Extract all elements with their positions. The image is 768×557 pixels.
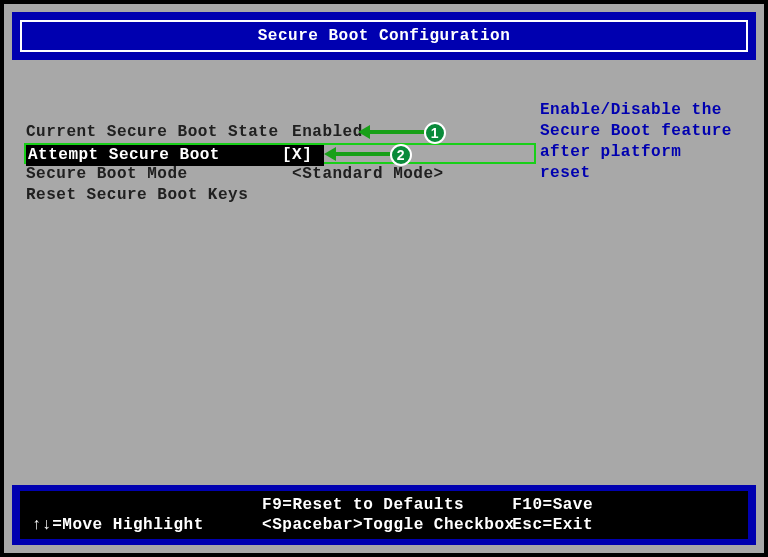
- hint-move-highlight: ↑↓=Move Highlight: [20, 515, 252, 535]
- bios-screen: Secure Boot Configuration Current Secure…: [4, 4, 764, 553]
- hint-f9-reset: F9=Reset to Defaults: [262, 495, 502, 515]
- option-value: Enabled: [292, 122, 363, 143]
- help-line: after platform reset: [540, 142, 740, 184]
- option-secure-boot-mode[interactable]: Secure Boot Mode <Standard Mode>: [26, 164, 536, 185]
- hint-toggle-checkbox: <Spacebar>Toggle Checkbox: [262, 515, 502, 535]
- option-reset-keys[interactable]: Reset Secure Boot Keys: [26, 185, 536, 206]
- footer-bar: F9=Reset to Defaults F10=Save ↑↓=Move Hi…: [12, 485, 756, 545]
- hint-esc-exit: Esc=Exit: [512, 515, 712, 535]
- title-bar: Secure Boot Configuration: [12, 12, 756, 60]
- option-attempt-secure-boot[interactable]: Attempt Secure Boot[X]: [24, 143, 536, 164]
- option-current-state: Current Secure Boot State Enabled: [26, 122, 536, 143]
- main-panel: Current Secure Boot State Enabled Attemp…: [12, 64, 756, 481]
- footer-row-bottom: ↑↓=Move Highlight <Spacebar>Toggle Check…: [20, 515, 748, 535]
- option-label: Attempt Secure Boot: [26, 145, 282, 166]
- option-label: Current Secure Boot State: [26, 122, 282, 143]
- footer-row-top: F9=Reset to Defaults F10=Save: [20, 495, 748, 515]
- option-value[interactable]: <Standard Mode>: [292, 164, 444, 185]
- footer-inner: F9=Reset to Defaults F10=Save ↑↓=Move Hi…: [20, 491, 748, 539]
- page-title: Secure Boot Configuration: [258, 27, 511, 45]
- option-label: Reset Secure Boot Keys: [26, 185, 282, 206]
- hint-f10-save: F10=Save: [512, 495, 712, 515]
- option-label: Secure Boot Mode: [26, 164, 282, 185]
- help-line: Secure Boot feature: [540, 121, 740, 142]
- help-text: Enable/Disable the Secure Boot feature a…: [540, 100, 740, 184]
- options-list: Current Secure Boot State Enabled Attemp…: [26, 122, 536, 206]
- help-line: Enable/Disable the: [540, 100, 740, 121]
- title-bar-inner: Secure Boot Configuration: [20, 20, 748, 52]
- option-checkbox[interactable]: [X]: [282, 145, 324, 166]
